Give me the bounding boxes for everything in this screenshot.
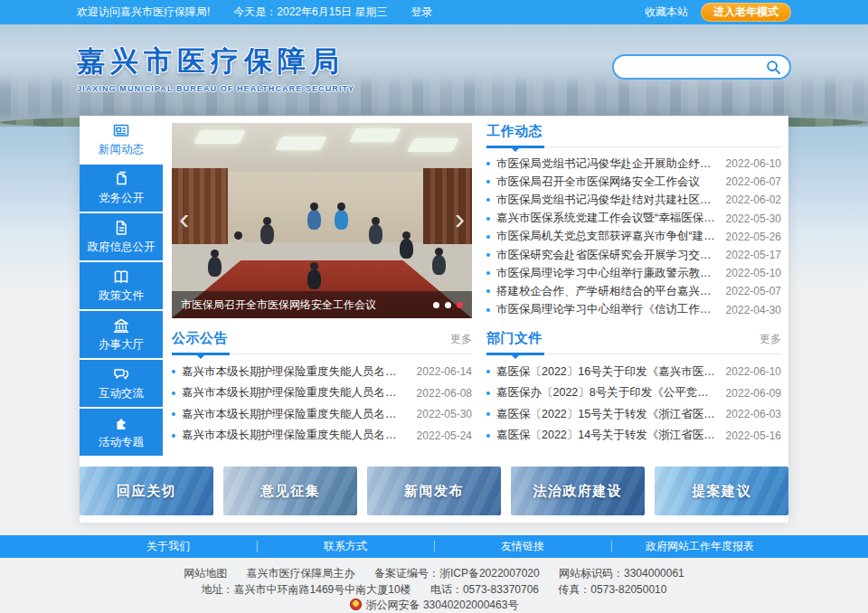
news-item[interactable]: 嘉医保〔2022〕15号关于转发《浙江省医疗保...2022-06-03 bbox=[486, 404, 781, 426]
quicklink-news-release[interactable]: 新闻发布 bbox=[367, 467, 501, 515]
quicklink-respond-concerns[interactable]: 回应关切 bbox=[80, 467, 213, 515]
welcome-text: 欢迎访问嘉兴市医疗保障局! bbox=[77, 5, 210, 20]
section-title: 公示公告 bbox=[172, 330, 228, 347]
footer-nav: 关于我们 联系方式 友情链接 政府网站工作年度报表 bbox=[0, 535, 868, 558]
site-logo: 嘉兴市医疗保障局 JIAXING MUNICIPAL BUREAU OF HEA… bbox=[77, 42, 354, 93]
quick-links: 回应关切 意见征集 新闻发布 法治政府建设 提案建议 bbox=[80, 457, 788, 515]
sidebar-item-label: 党务公开 bbox=[99, 191, 144, 206]
news-item[interactable]: 市医保局党组书记冯俊华赴结对共建社区指导全国文...2022-06-02 bbox=[486, 191, 781, 209]
news-item[interactable]: 市医保研究会赴省医保研究会开展学习交流活动2022-05-17 bbox=[486, 246, 781, 264]
carousel-dot[interactable] bbox=[433, 302, 439, 308]
carousel-caption-bar: 市医保局召开全市医保网络安全工作会议 bbox=[172, 291, 472, 318]
security-record-link[interactable]: 浙公网安备 33040202000463号 bbox=[366, 599, 519, 611]
party-file-icon bbox=[112, 170, 130, 188]
news-item[interactable]: 市医保局理论学习中心组举行廉政警示教育专题学习...2022-05-10 bbox=[486, 264, 781, 282]
news-item[interactable]: 市医保局党组书记冯俊华赴企开展助企纾困活动2022-06-10 bbox=[486, 155, 781, 173]
carousel-next-arrow[interactable]: › bbox=[455, 203, 465, 233]
section-dept-files: 部门文件 更多 嘉医保〔2022〕16号关于印发《嘉兴市医疗保...2022-0… bbox=[486, 330, 781, 447]
site-code: 网站标识码：3304000061 bbox=[559, 567, 684, 580]
news-item[interactable]: 嘉医保办〔2022〕8号关于印发《公平竞争审查...2022-06-09 bbox=[486, 382, 781, 404]
quicklink-rule-of-law[interactable]: 法治政府建设 bbox=[511, 467, 645, 515]
more-link[interactable]: 更多 bbox=[450, 332, 472, 347]
elder-mode-button[interactable]: 进入老年模式 bbox=[701, 3, 791, 22]
news-item[interactable]: 市医保局机关党总支部获评嘉兴市争创“建设清廉机...2022-05-26 bbox=[486, 228, 781, 246]
news-item[interactable]: 嘉兴市本级长期护理保险重度失能人员名单公示（2...2022-06-14 bbox=[172, 362, 472, 383]
carousel-prev-arrow[interactable]: ‹ bbox=[179, 203, 189, 233]
sidebar-item-interaction[interactable]: 互动交流 bbox=[80, 360, 163, 407]
search-input[interactable] bbox=[625, 61, 766, 73]
search-box[interactable] bbox=[612, 54, 791, 80]
sidebar-item-party-affairs[interactable]: 党务公开 bbox=[80, 165, 163, 212]
sidebar-item-news[interactable]: 新闻动态 bbox=[80, 116, 163, 163]
sidebar-item-label: 政府信息公开 bbox=[88, 240, 156, 255]
public-security-emblem-icon bbox=[350, 599, 362, 610]
site-subtitle: JIAXING MUNICIPAL BUREAU OF HEALTHCARE S… bbox=[77, 84, 354, 93]
footer-nav-annual-report[interactable]: 政府网站工作年度报表 bbox=[611, 535, 788, 558]
search-icon[interactable] bbox=[766, 60, 781, 75]
news-carousel: ‹ › 市医保局召开全市医保网络安全工作会议 bbox=[172, 123, 472, 318]
more-link[interactable]: 更多 bbox=[760, 332, 781, 347]
favorite-link[interactable]: 收藏本站 bbox=[645, 5, 688, 20]
sidebar: 新闻动态 党务公开 政府信息公开 bbox=[80, 116, 163, 457]
sidebar-item-gov-info[interactable]: 政府信息公开 bbox=[80, 213, 163, 260]
fax-text: 传真：0573-82050010 bbox=[558, 583, 666, 596]
sidebar-item-label: 政策文件 bbox=[99, 288, 144, 304]
sidebar-item-special-topics[interactable]: 活动专题 bbox=[80, 409, 163, 456]
news-item[interactable]: 搭建校企合作、产学研相结合的平台嘉兴市长期护理...2022-05-07 bbox=[486, 282, 781, 300]
sidebar-item-label: 互动交流 bbox=[99, 386, 144, 401]
sidebar-item-label: 办事大厅 bbox=[99, 337, 144, 353]
quicklink-opinion-collection[interactable]: 意见征集 bbox=[223, 467, 357, 515]
sidebar-item-service-hall[interactable]: 办事大厅 bbox=[80, 311, 163, 358]
chat-icon bbox=[112, 365, 130, 383]
carousel-caption[interactable]: 市医保局召开全市医保网络安全工作会议 bbox=[181, 297, 426, 313]
section-notices: 公示公告 更多 嘉兴市本级长期护理保险重度失能人员名单公示（2...2022-0… bbox=[172, 330, 472, 447]
news-item[interactable]: 嘉医保〔2022〕14号关于转发《浙江省医疗保...2022-05-16 bbox=[486, 425, 781, 447]
carousel-dot[interactable] bbox=[445, 302, 451, 308]
section-title: 部门文件 bbox=[486, 330, 542, 347]
phone-text: 电话：0573-83370706 bbox=[430, 583, 539, 596]
newspaper-icon bbox=[112, 121, 130, 139]
footer-nav-about[interactable]: 关于我们 bbox=[80, 535, 257, 558]
news-item[interactable]: 嘉兴市本级长期护理保险重度失能人员名单公示（2...2022-05-30 bbox=[172, 404, 472, 426]
organizer-text: 嘉兴市医疗保障局主办 bbox=[247, 567, 355, 580]
footer-nav-contact[interactable]: 联系方式 bbox=[257, 535, 434, 558]
site-title: 嘉兴市医疗保障局 bbox=[77, 42, 354, 80]
sidebar-item-label: 新闻动态 bbox=[99, 142, 144, 157]
bank-icon bbox=[112, 316, 130, 335]
main-content: 新闻动态 党务公开 政府信息公开 bbox=[80, 116, 788, 523]
section-work-news: 工作动态 市医保局党组书记冯俊华赴企开展助企纾困活动2022-06-10 市医保… bbox=[486, 123, 781, 319]
puzzle-icon bbox=[112, 414, 130, 432]
carousel-image[interactable] bbox=[172, 123, 472, 318]
news-item[interactable]: 嘉兴市医保系统党建工作会议暨“幸福医保”党建联...2022-05-30 bbox=[486, 210, 781, 228]
book-icon bbox=[112, 268, 130, 286]
address-text: 地址：嘉兴市中环南路1469号中南大厦10楼 bbox=[202, 583, 411, 596]
carousel-dot-active[interactable] bbox=[457, 302, 463, 308]
sidebar-item-policy-files[interactable]: 政策文件 bbox=[80, 262, 163, 309]
quicklink-proposals[interactable]: 提案建议 bbox=[655, 467, 788, 515]
footer-nav-friend-links[interactable]: 友情链接 bbox=[434, 535, 611, 558]
news-item[interactable]: 嘉兴市本级长期护理保险重度失能人员名单公示（2...2022-05-24 bbox=[172, 425, 472, 447]
icp-number: 备案证编号：浙ICP备2022007020 bbox=[374, 567, 540, 580]
login-link[interactable]: 登录 bbox=[410, 5, 432, 20]
today-date: 今天是：2022年6月15日 星期三 bbox=[233, 5, 387, 20]
news-item[interactable]: 市医保局召开全市医保网络安全工作会议2022-06-07 bbox=[486, 173, 781, 191]
news-item[interactable]: 嘉兴市本级长期护理保险重度失能人员名单公示（2...2022-06-08 bbox=[172, 382, 472, 404]
topbar: 欢迎访问嘉兴市医疗保障局! 今天是：2022年6月15日 星期三 登录 收藏本站… bbox=[0, 0, 868, 24]
news-item[interactable]: 嘉医保〔2022〕16号关于印发《嘉兴市医疗保...2022-06-10 bbox=[486, 362, 781, 383]
document-icon bbox=[112, 219, 130, 237]
sitemap-link[interactable]: 网站地图 bbox=[184, 567, 227, 580]
news-item[interactable]: 市医保局理论学习中心组举行《信访工作条例》专题...2022-04-30 bbox=[486, 301, 781, 319]
footer: 网站地图 嘉兴市医疗保障局主办 备案证编号：浙ICP备2022007020 网站… bbox=[0, 558, 868, 613]
carousel-dots bbox=[433, 302, 463, 308]
sidebar-item-label: 活动专题 bbox=[99, 435, 144, 450]
section-title: 工作动态 bbox=[486, 123, 542, 140]
